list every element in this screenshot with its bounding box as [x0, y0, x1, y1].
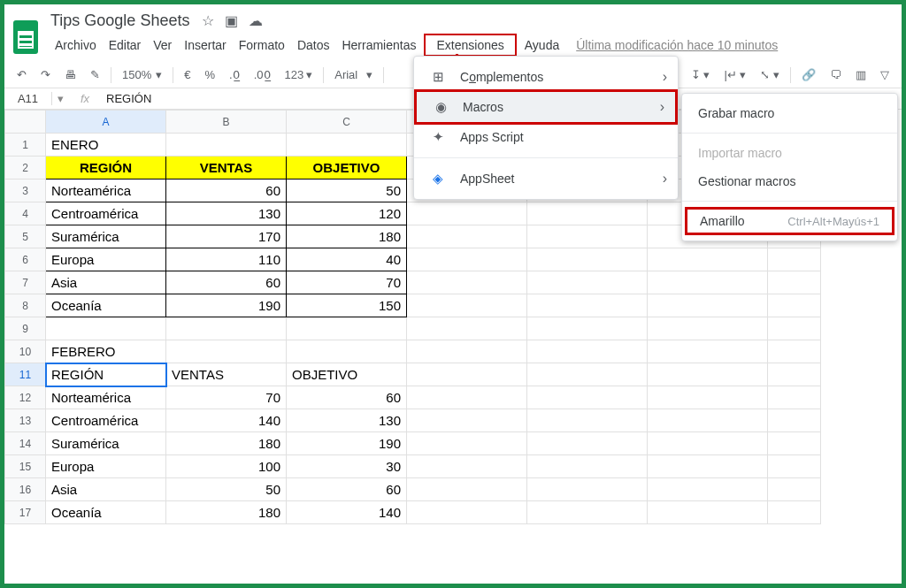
cell[interactable]: Suramérica	[46, 225, 166, 248]
cell[interactable]	[648, 248, 768, 271]
cell[interactable]	[648, 409, 768, 432]
cell[interactable]: 70	[166, 386, 287, 409]
row-header[interactable]: 14	[5, 432, 46, 455]
row-header[interactable]: 16	[5, 478, 46, 501]
last-modified-link[interactable]: Última modificación hace 10 minutos	[576, 38, 778, 52]
cell[interactable]: 180	[287, 225, 407, 248]
font-select[interactable]: Arial ▾	[331, 66, 376, 83]
rotate-icon[interactable]: ⤡ ▾	[756, 66, 783, 83]
cell[interactable]	[648, 363, 768, 386]
cell[interactable]: Centroamérica	[46, 202, 166, 225]
move-icon[interactable]: ▣	[225, 12, 238, 29]
cell[interactable]: 60	[287, 386, 407, 409]
cell[interactable]: 70	[287, 271, 407, 294]
cell[interactable]: 100	[166, 455, 287, 478]
cell[interactable]: REGIÓN	[46, 157, 166, 179]
row-header[interactable]: 10	[5, 340, 46, 363]
row-header[interactable]: 7	[5, 271, 46, 294]
cell[interactable]	[648, 501, 768, 524]
cell[interactable]: Norteamérica	[46, 386, 166, 409]
cell[interactable]	[407, 294, 527, 317]
decimal-increase[interactable]: .00̲	[250, 66, 274, 83]
cell[interactable]	[768, 294, 821, 317]
row-header[interactable]: 9	[5, 317, 46, 340]
cell[interactable]: 180	[166, 501, 287, 524]
ext-appsheet[interactable]: ◈ AppSheet	[414, 164, 678, 194]
ext-macros[interactable]: ◉ Macros	[414, 89, 678, 125]
select-all-corner[interactable]	[5, 111, 46, 134]
cell[interactable]	[527, 455, 648, 478]
cell[interactable]	[768, 432, 821, 455]
percent-button[interactable]: %	[201, 66, 219, 83]
cell[interactable]	[407, 248, 527, 271]
filter-icon[interactable]: ▽	[877, 66, 893, 83]
cell[interactable]	[407, 432, 527, 455]
cell[interactable]: VENTAS	[166, 157, 287, 179]
chart-icon[interactable]: ▥	[852, 66, 870, 83]
cell[interactable]: 30	[287, 455, 407, 478]
cell[interactable]	[527, 271, 648, 294]
cell[interactable]: Asia	[46, 271, 166, 294]
cell[interactable]: 130	[166, 202, 287, 225]
cell[interactable]: 190	[287, 432, 407, 455]
menu-extensiones[interactable]: Extensiones	[424, 34, 516, 57]
undo-icon[interactable]: ↶	[13, 66, 30, 83]
row-header[interactable]: 13	[5, 409, 46, 432]
row-header[interactable]: 5	[5, 225, 46, 248]
cell-reference[interactable]: A11	[4, 92, 52, 105]
cell[interactable]	[527, 294, 648, 317]
link-icon[interactable]: 🔗	[798, 66, 819, 83]
cell[interactable]: 120	[287, 202, 407, 225]
cell[interactable]	[527, 317, 648, 340]
cell[interactable]	[648, 317, 768, 340]
cell[interactable]	[768, 317, 821, 340]
menu-ayuda[interactable]: Ayuda	[520, 35, 564, 55]
row-header[interactable]: 8	[5, 294, 46, 317]
cell[interactable]: 180	[166, 432, 287, 455]
cell[interactable]	[768, 409, 821, 432]
menu-editar[interactable]: Editar	[104, 35, 146, 55]
cell[interactable]	[527, 478, 648, 501]
cell[interactable]	[768, 386, 821, 409]
cell[interactable]	[648, 455, 768, 478]
cell[interactable]	[527, 432, 648, 455]
formula-input[interactable]: REGIÓN	[101, 92, 151, 105]
cell[interactable]	[527, 363, 648, 386]
cell[interactable]	[407, 363, 527, 386]
zoom-select[interactable]: 150% ▾	[119, 66, 165, 83]
cell[interactable]	[166, 317, 287, 340]
ext-complementos[interactable]: ⊞ Complementos	[414, 62, 678, 92]
cell[interactable]	[768, 455, 821, 478]
redo-icon[interactable]: ↷	[37, 66, 54, 83]
row-header[interactable]: 15	[5, 455, 46, 478]
cell[interactable]: Oceanía	[46, 501, 166, 524]
macro-amarillo[interactable]: Amarillo Ctrl+Alt+Mayús+1	[685, 207, 894, 235]
cell[interactable]: 150	[287, 294, 407, 317]
cell[interactable]	[166, 340, 287, 363]
cell[interactable]	[407, 386, 527, 409]
cell[interactable]: 40	[287, 248, 407, 271]
cell[interactable]	[527, 386, 648, 409]
menu-insertar[interactable]: Insertar	[180, 35, 230, 55]
cell[interactable]	[648, 478, 768, 501]
cell[interactable]	[407, 317, 527, 340]
decimal-decrease[interactable]: .0̲	[226, 66, 243, 83]
cell[interactable]	[407, 271, 527, 294]
cell[interactable]	[768, 271, 821, 294]
cell[interactable]	[407, 478, 527, 501]
col-header-C[interactable]: C	[287, 111, 407, 134]
macro-grabar[interactable]: Grabar macro	[682, 99, 897, 127]
menu-datos[interactable]: Datos	[293, 35, 334, 55]
cell[interactable]: 130	[287, 409, 407, 432]
cell[interactable]: OBJETIVO	[287, 363, 407, 386]
comment-icon[interactable]: 🗨	[826, 66, 845, 83]
cell[interactable]	[527, 501, 648, 524]
cell[interactable]	[527, 225, 648, 248]
cell[interactable]	[768, 363, 821, 386]
cell[interactable]: FEBRERO	[46, 340, 166, 363]
cell[interactable]	[407, 340, 527, 363]
cell[interactable]: 60	[287, 478, 407, 501]
cell[interactable]: 50	[287, 179, 407, 202]
cell[interactable]	[768, 248, 821, 271]
cell[interactable]	[648, 340, 768, 363]
